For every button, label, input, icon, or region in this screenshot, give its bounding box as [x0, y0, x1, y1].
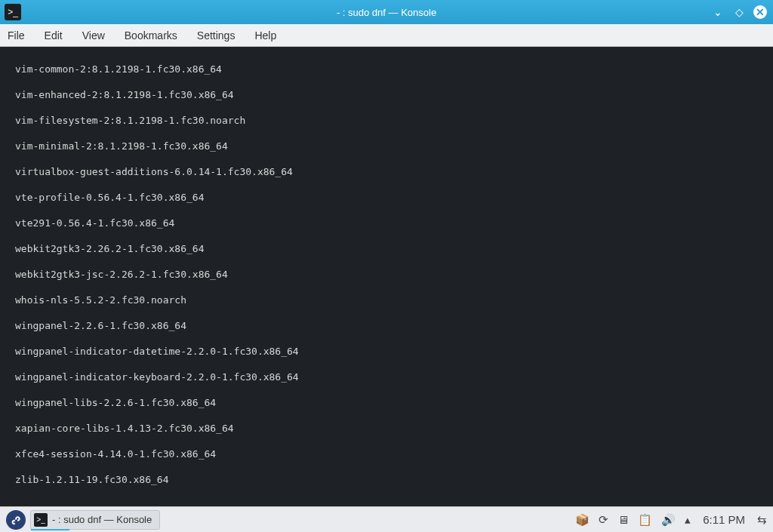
- tray-expand-icon[interactable]: ▴: [685, 513, 691, 527]
- pkg-line: vte-profile-0.56.4-1.fc30.x86_64: [5, 191, 768, 204]
- menu-help[interactable]: Help: [254, 29, 276, 42]
- pkg-line: vim-minimal-2:8.1.2198-1.fc30.x86_64: [5, 140, 768, 152]
- system-tray: 📦 ⟳ 🖥 📋 🔊 ▴ 6:11 PM ⇆: [575, 513, 767, 527]
- taskbar: >_ - : sudo dnf — Konsole 📦 ⟳ 🖥 📋 🔊 ▴ 6:…: [0, 506, 773, 532]
- menu-view[interactable]: View: [82, 29, 105, 42]
- pkg-line: vim-enhanced-2:8.1.2198-1.fc30.x86_64: [5, 88, 768, 101]
- pkg-line: webkit2gtk3-jsc-2.26.2-1.fc30.x86_64: [5, 268, 768, 281]
- launcher-button[interactable]: [6, 510, 26, 530]
- pkg-line: virtualbox-guest-additions-6.0.14-1.fc30…: [5, 165, 768, 178]
- clock[interactable]: 6:11 PM: [700, 513, 748, 526]
- pkg-line: wingpanel-indicator-datetime-2.2.0-1.fc3…: [5, 345, 768, 358]
- settings-icon[interactable]: ⇆: [757, 513, 767, 527]
- menubar: File Edit View Bookmarks Settings Help: [0, 24, 773, 47]
- pkg-line: whois-nls-5.5.2-2.fc30.noarch: [5, 294, 768, 306]
- display-icon[interactable]: 🖥: [617, 513, 629, 526]
- update-icon[interactable]: ⟳: [599, 513, 608, 527]
- terminal-icon: >_: [5, 4, 21, 20]
- pkg-line: vte291-0.56.4-1.fc30.x86_64: [5, 217, 768, 229]
- clipboard-icon[interactable]: 📋: [638, 513, 652, 527]
- close-button[interactable]: ✕: [753, 5, 767, 19]
- menu-file[interactable]: File: [8, 29, 25, 42]
- menu-edit[interactable]: Edit: [45, 29, 63, 42]
- pkg-line: zlib-1.2.11-19.fc30.x86_64: [5, 473, 768, 486]
- minimize-button[interactable]: ⌄: [711, 5, 725, 19]
- maximize-button[interactable]: ◇: [732, 5, 746, 19]
- pkg-line: webkit2gtk3-2.26.2-1.fc30.x86_64: [5, 242, 768, 255]
- pkg-line: wingpanel-indicator-keyboard-2.2.0-1.fc3…: [5, 371, 768, 383]
- menu-settings[interactable]: Settings: [197, 29, 236, 42]
- package-icon[interactable]: 📦: [575, 513, 590, 527]
- volume-icon[interactable]: 🔊: [661, 513, 676, 527]
- pkg-line: wingpanel-2.2.6-1.fc30.x86_64: [5, 319, 768, 332]
- terminal-output[interactable]: vim-common-2:8.1.2198-1.fc30.x86_64 vim-…: [0, 47, 773, 506]
- taskbar-item-label: - : sudo dnf — Konsole: [52, 514, 152, 525]
- terminal-icon: >_: [34, 513, 48, 527]
- taskbar-item-konsole[interactable]: >_ - : sudo dnf — Konsole: [30, 510, 160, 530]
- pkg-line: vim-common-2:8.1.2198-1.fc30.x86_64: [5, 63, 768, 75]
- fedora-icon: [9, 513, 23, 527]
- svg-point-0: [9, 513, 23, 527]
- pkg-line: xapian-core-libs-1.4.13-2.fc30.x86_64: [5, 422, 768, 435]
- window-title: - : sudo dnf — Konsole: [0, 7, 773, 18]
- window-titlebar: >_ - : sudo dnf — Konsole ⌄ ◇ ✕: [0, 0, 773, 24]
- pkg-line: wingpanel-libs-2.2.6-1.fc30.x86_64: [5, 396, 768, 409]
- pkg-line: xfce4-session-4.14.0-1.fc30.x86_64: [5, 447, 768, 460]
- pkg-line: vim-filesystem-2:8.1.2198-1.fc30.noarch: [5, 114, 768, 127]
- menu-bookmarks[interactable]: Bookmarks: [125, 29, 177, 42]
